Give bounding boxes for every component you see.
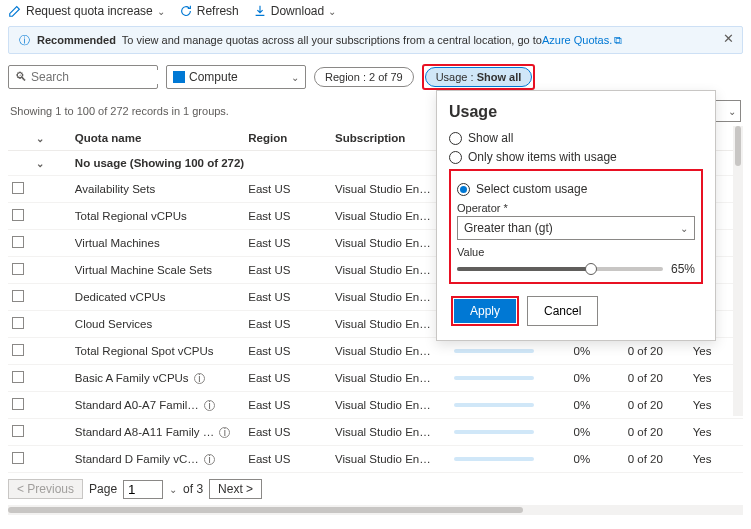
cell-region: East US xyxy=(244,311,331,338)
slider-thumb[interactable] xyxy=(585,263,597,275)
row-checkbox[interactable] xyxy=(12,263,24,275)
provider-dropdown[interactable]: Compute ⌄ xyxy=(166,65,306,89)
col-subscription[interactable]: Subscription xyxy=(331,126,450,151)
vertical-scrollbar[interactable] xyxy=(733,126,743,416)
radio-show-all[interactable]: Show all xyxy=(449,131,703,145)
cell-region: East US xyxy=(244,230,331,257)
cell-usage-pct: 0% xyxy=(569,365,623,392)
cell-quota-name: Total Regional vCPUs xyxy=(71,203,244,230)
cell-region: East US xyxy=(244,365,331,392)
table-row: Standard D Family vC… iEast USVisual Stu… xyxy=(8,446,743,473)
search-input[interactable]: 🔍︎ xyxy=(8,65,158,89)
usage-filter-highlight: Usage : Show all xyxy=(422,64,536,90)
row-checkbox[interactable] xyxy=(12,371,24,383)
cell-usage-pct: 0% xyxy=(569,392,623,419)
download-icon xyxy=(253,4,267,18)
chevron-down-icon: ⌄ xyxy=(728,106,736,117)
value-slider-row: 65% xyxy=(457,262,695,276)
col-quota-name[interactable]: Quota name xyxy=(71,126,244,151)
download-label: Download xyxy=(271,4,324,18)
row-checkbox[interactable] xyxy=(12,290,24,302)
cell-subscription: Visual Studio En… xyxy=(331,392,450,419)
flyout-buttons: Apply Cancel xyxy=(449,294,703,328)
operator-select[interactable]: Greater than (gt) ⌄ xyxy=(457,216,695,240)
info-icon[interactable]: i xyxy=(204,454,215,465)
provider-label: Compute xyxy=(189,70,291,84)
value-slider[interactable] xyxy=(457,267,663,271)
info-icon[interactable]: i xyxy=(194,373,205,384)
row-checkbox[interactable] xyxy=(12,452,24,464)
cell-subscription: Visual Studio En… xyxy=(331,257,450,284)
cell-usage-bar xyxy=(450,338,569,365)
radio-icon xyxy=(449,151,462,164)
custom-usage-highlight: Select custom usage Operator * Greater t… xyxy=(449,169,703,284)
info-icon[interactable]: i xyxy=(219,427,230,438)
horizontal-scrollbar[interactable] xyxy=(8,505,743,515)
region-filter[interactable]: Region : 2 of 79 xyxy=(314,67,414,87)
chevron-down-icon[interactable]: ⌄ xyxy=(36,133,44,144)
cell-usage-bar xyxy=(450,392,569,419)
cell-usage-bar xyxy=(450,419,569,446)
refresh-label: Refresh xyxy=(197,4,239,18)
refresh-icon xyxy=(179,4,193,18)
cell-quota: 0 of 20 xyxy=(624,365,689,392)
radio-custom-usage[interactable]: Select custom usage xyxy=(457,182,695,196)
cell-quota-name: Basic A Family vCPUs i xyxy=(71,365,244,392)
radio-icon xyxy=(449,132,462,145)
banner-text: To view and manage quotas across all you… xyxy=(122,34,542,46)
usage-bar xyxy=(454,376,534,380)
request-quota-button[interactable]: Request quota increase ⌄ xyxy=(8,4,165,18)
record-count: Showing 1 to 100 of 272 records in 1 gro… xyxy=(10,105,229,117)
request-quota-label: Request quota increase xyxy=(26,4,153,18)
azure-quotas-link[interactable]: Azure Quotas. xyxy=(542,34,612,46)
row-checkbox[interactable] xyxy=(12,317,24,329)
next-page-button[interactable]: Next > xyxy=(209,479,262,499)
cell-quota: 0 of 20 xyxy=(624,392,689,419)
cell-subscription: Visual Studio En… xyxy=(331,365,450,392)
apply-button[interactable]: Apply xyxy=(454,299,516,323)
info-icon[interactable]: i xyxy=(204,400,215,411)
usage-filter[interactable]: Usage : Show all xyxy=(425,67,533,87)
download-button[interactable]: Download ⌄ xyxy=(253,4,336,18)
table-row: Standard A0-A7 Famil… iEast USVisual Stu… xyxy=(8,392,743,419)
row-checkbox[interactable] xyxy=(12,425,24,437)
cell-quota-name: Standard A8-A11 Family … i xyxy=(71,419,244,446)
radio-with-usage[interactable]: Only show items with usage xyxy=(449,150,703,164)
pager: < Previous Page ⌄ of 3 Next > xyxy=(0,473,751,505)
cell-subscription: Visual Studio En… xyxy=(331,284,450,311)
radio-icon xyxy=(457,183,470,196)
row-checkbox[interactable] xyxy=(12,344,24,356)
chevron-down-icon: ⌄ xyxy=(36,158,44,169)
prev-page-button[interactable]: < Previous xyxy=(8,479,83,499)
cell-adjustable: Yes xyxy=(689,419,743,446)
prev-label: Previous xyxy=(27,482,74,496)
refresh-button[interactable]: Refresh xyxy=(179,4,239,18)
usage-filter-flyout: Usage Show all Only show items with usag… xyxy=(436,90,716,341)
usage-bar xyxy=(454,457,534,461)
cell-subscription: Visual Studio En… xyxy=(331,230,450,257)
cell-subscription: Visual Studio En… xyxy=(331,311,450,338)
usage-filter-value: Show all xyxy=(477,71,522,83)
row-checkbox[interactable] xyxy=(12,236,24,248)
chevron-down-icon[interactable]: ⌄ xyxy=(169,484,177,495)
banner-title: Recommended xyxy=(37,34,116,46)
radio-with-usage-label: Only show items with usage xyxy=(468,150,617,164)
row-checkbox[interactable] xyxy=(12,209,24,221)
flyout-title: Usage xyxy=(449,103,703,121)
row-checkbox[interactable] xyxy=(12,182,24,194)
page-input[interactable] xyxy=(123,480,163,499)
value-percent: 65% xyxy=(671,262,695,276)
cell-region: East US xyxy=(244,257,331,284)
col-region[interactable]: Region xyxy=(244,126,331,151)
cell-region: East US xyxy=(244,338,331,365)
cancel-button[interactable]: Cancel xyxy=(527,296,598,326)
cell-quota-name: Standard A0-A7 Famil… i xyxy=(71,392,244,419)
cell-subscription: Visual Studio En… xyxy=(331,338,450,365)
radio-custom-label: Select custom usage xyxy=(476,182,587,196)
row-checkbox[interactable] xyxy=(12,398,24,410)
cell-subscription: Visual Studio En… xyxy=(331,203,450,230)
cell-region: East US xyxy=(244,419,331,446)
close-icon[interactable]: ✕ xyxy=(723,31,734,46)
search-field[interactable] xyxy=(31,70,181,84)
info-icon: ⓘ xyxy=(17,33,31,47)
